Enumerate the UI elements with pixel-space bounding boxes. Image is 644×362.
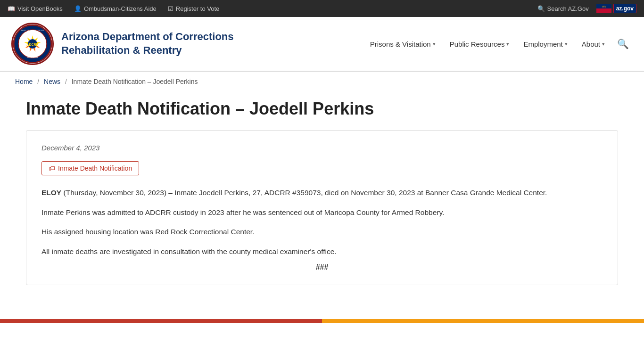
main-content: Inmate Death Notification – Joedell Perk… — [11, 91, 633, 304]
register-label: Register to Vote — [176, 5, 220, 12]
article-para-1: ELOY (Thursday, November 30, 2023) – Inm… — [41, 187, 603, 199]
openbooks-icon: 📖 — [8, 5, 15, 12]
breadcrumb-current: Inmate Death Notification – Joedell Perk… — [72, 78, 198, 85]
tag-button[interactable]: 🏷 Inmate Death Notification — [41, 161, 139, 175]
footer-strip — [0, 319, 644, 323]
article-para-2: Inmate Perkins was admitted to ADCRR cus… — [41, 206, 603, 219]
employment-chevron-icon: ▾ — [565, 41, 568, 47]
az-flag-icon — [596, 4, 611, 13]
adcrr-logo-icon: ADCRR ARIZONA DEPT OF CORRECTIONS — [13, 24, 52, 64]
svg-text:ARIZONA: ARIZONA — [27, 56, 38, 58]
tag-icon: 🏷 — [49, 165, 55, 172]
svg-text:DEPT OF CORRECTIONS: DEPT OF CORRECTIONS — [21, 29, 44, 32]
nav-public-resources[interactable]: Public Resources ▾ — [444, 36, 515, 52]
logo-circle: ADCRR ARIZONA DEPT OF CORRECTIONS — [11, 23, 54, 65]
article-para-3: His assigned housing location was Red Ro… — [41, 226, 603, 238]
about-chevron-icon: ▾ — [602, 41, 605, 47]
org-name: Arizona Department of Corrections Rehabi… — [61, 30, 234, 57]
register-icon: ☑ — [168, 5, 173, 12]
svg-rect-1 — [596, 8, 611, 13]
search-az-link[interactable]: 🔍 Search AZ.Gov — [537, 5, 589, 12]
article-body: ELOY (Thursday, November 30, 2023) – Inm… — [41, 187, 603, 257]
article-date: December 4, 2023 — [41, 144, 603, 152]
nav-employment[interactable]: Employment ▾ — [518, 36, 573, 52]
page-title: Inmate Death Notification – Joedell Perk… — [26, 99, 618, 119]
ombudsman-link[interactable]: 👤 Ombudsman-Citizens Aide — [74, 5, 157, 12]
openbooks-label: Visit OpenBooks — [17, 5, 63, 12]
nav-prisons[interactable]: Prisons & Visitation ▾ — [364, 36, 441, 52]
nav-search-button[interactable]: 🔍 — [613, 34, 633, 53]
breadcrumb-sep-1: / — [37, 78, 39, 85]
city-name: ELOY — [41, 189, 61, 197]
search-az-label: Search AZ.Gov — [547, 5, 589, 12]
top-bar-right: 🔍 Search AZ.Gov az.gov — [537, 4, 637, 13]
breadcrumb-home-link[interactable]: Home — [15, 78, 33, 85]
article-box: December 4, 2023 🏷 Inmate Death Notifica… — [26, 130, 618, 285]
article-para-4: All inmate deaths are investigated in co… — [41, 246, 603, 258]
breadcrumb: Home / News / Inmate Death Notification … — [0, 72, 644, 91]
main-nav: Prisons & Visitation ▾ Public Resources … — [364, 34, 633, 53]
header: ADCRR ARIZONA DEPT OF CORRECTIONS Arizon… — [0, 17, 644, 72]
nav-about[interactable]: About ▾ — [576, 36, 611, 52]
logo-area[interactable]: ADCRR ARIZONA DEPT OF CORRECTIONS Arizon… — [11, 23, 234, 65]
openbooks-link[interactable]: 📖 Visit OpenBooks — [8, 5, 63, 12]
search-az-icon: 🔍 — [537, 5, 545, 12]
article-para-1-text: (Thursday, November 30, 2023) – Inmate J… — [64, 189, 547, 197]
azgov-text: az.gov — [613, 4, 636, 13]
breadcrumb-sep-2: / — [65, 78, 67, 85]
tag-label: Inmate Death Notification — [58, 165, 132, 172]
article-end-mark: ### — [41, 263, 603, 272]
azgov-badge[interactable]: az.gov — [596, 4, 636, 13]
top-bar: 📖 Visit OpenBooks 👤 Ombudsman-Citizens A… — [0, 0, 644, 17]
top-bar-left: 📖 Visit OpenBooks 👤 Ombudsman-Citizens A… — [8, 5, 219, 12]
public-resources-chevron-icon: ▾ — [506, 41, 509, 47]
svg-text:ADCRR: ADCRR — [26, 43, 38, 46]
prisons-chevron-icon: ▾ — [433, 41, 436, 47]
breadcrumb-news-link[interactable]: News — [44, 78, 60, 85]
ombudsman-label: Ombudsman-Citizens Aide — [84, 5, 157, 12]
register-link[interactable]: ☑ Register to Vote — [168, 5, 220, 12]
ombudsman-icon: 👤 — [74, 5, 82, 12]
